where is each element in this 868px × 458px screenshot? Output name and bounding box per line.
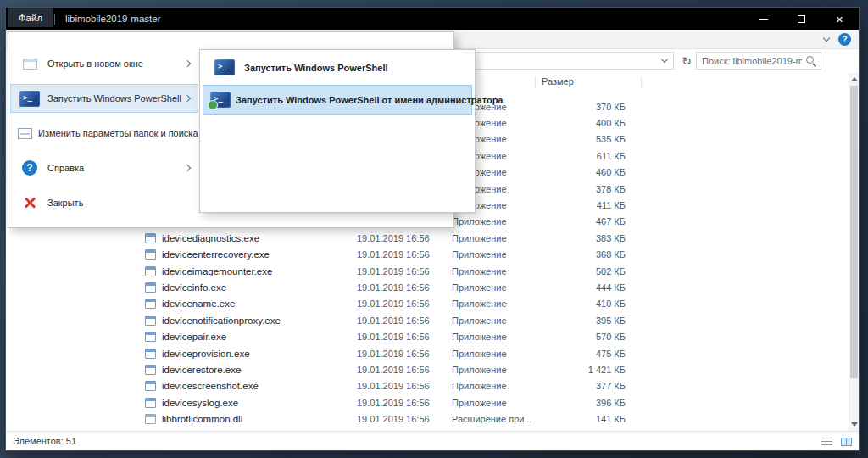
submenu-item-label: Запустить Windows PowerShell: [239, 63, 388, 73]
file-name: idevicesyslog.exe: [162, 398, 357, 408]
file-row[interactable]: idevicerestore.exe 19.01.2019 16:56 Прил…: [6, 361, 849, 377]
file-size: 444 КБ: [545, 282, 626, 293]
file-type-icon: [145, 365, 156, 375]
vertical-scrollbar[interactable]: [849, 73, 859, 431]
file-menu-item[interactable]: Изменить параметры папок и поиска: [10, 119, 198, 148]
file-name: ideviceimagemounter.exe: [162, 266, 357, 276]
file-size: 535 КБ: [545, 134, 626, 144]
file-type-icon: [145, 414, 156, 424]
file-row[interactable]: ideviceprovision.exe 19.01.2019 16:56 Пр…: [6, 345, 849, 361]
file-row[interactable]: ideviceimagemounter.exe 19.01.2019 16:56…: [6, 263, 849, 279]
file-name: idevicename.exe: [162, 299, 357, 309]
file-type: Расширение при...: [452, 414, 545, 424]
file-date: 19.01.2019 16:56: [357, 233, 452, 243]
file-date: 19.01.2019 16:56: [357, 365, 452, 375]
menu-item-label: Изменить параметры папок и поиска: [32, 128, 198, 138]
file-size: 396 КБ: [545, 398, 626, 408]
file-size: 1 421 КБ: [545, 365, 626, 375]
file-type: Приложение: [452, 233, 545, 243]
help-icon: [22, 160, 37, 176]
file-name: idevicerestore.exe: [162, 365, 357, 375]
file-type: Приложение: [452, 398, 545, 408]
scrollbar-thumb[interactable]: [850, 86, 858, 378]
file-row[interactable]: idevicepair.exe 19.01.2019 16:56 Приложе…: [6, 328, 849, 344]
explorer-window: libimobile2019-master ? Размер Приложе: [5, 7, 860, 451]
scroll-down-arrow-icon[interactable]: [851, 422, 858, 427]
file-type-icon: [145, 381, 156, 391]
thumbnails-view-button[interactable]: [838, 435, 854, 448]
file-name: idevicepair.exe: [162, 332, 357, 342]
titlebar-separator: [54, 14, 55, 25]
file-type-icon: [145, 233, 156, 243]
file-menu-item[interactable]: Запустить Windows PowerShell: [10, 84, 198, 113]
file-row[interactable]: idevicediagnostics.exe 19.01.2019 16:56 …: [6, 230, 849, 246]
maximize-icon: [798, 15, 805, 23]
submenu-arrow-icon: [184, 60, 191, 67]
folder-options-icon: [18, 128, 32, 139]
powershell-submenu-item[interactable]: Запустить Windows PowerShell от имени ад…: [203, 85, 472, 114]
file-row[interactable]: idevicename.exe 19.01.2019 16:56 Приложе…: [6, 296, 849, 312]
file-type-icon: [145, 349, 156, 359]
file-menu-item[interactable]: Открыть в новом окне: [10, 49, 198, 78]
minimize-icon: [760, 19, 768, 20]
submenu-arrow-icon: [184, 95, 191, 102]
address-dropdown-chevron-icon[interactable]: [661, 56, 668, 63]
file-size: 410 КБ: [545, 299, 626, 309]
open-new-window-icon: [23, 59, 37, 70]
tab-file[interactable]: Файл: [8, 8, 53, 27]
file-row[interactable]: ideviceenterrecovery.exe 19.01.2019 16:5…: [6, 247, 849, 263]
thumbnails-view-icon: [841, 438, 852, 446]
file-type: Приложение: [452, 332, 545, 342]
file-date: 19.01.2019 16:56: [357, 249, 452, 260]
close-button[interactable]: [821, 8, 859, 30]
file-menu-item[interactable]: Закрыть: [10, 188, 198, 217]
file-type: Приложение: [452, 381, 545, 391]
titlebar: libimobile2019-master: [6, 8, 859, 30]
column-separator: [535, 76, 536, 88]
file-type-icon: [145, 398, 156, 408]
submenu-item-label: Запустить Windows PowerShell от имени ад…: [231, 95, 503, 105]
file-size: 383 КБ: [545, 233, 626, 243]
status-bar: Элементов: 51: [6, 431, 859, 450]
maximize-button[interactable]: [782, 8, 821, 30]
file-date: 19.01.2019 16:56: [357, 332, 452, 342]
file-size: 411 КБ: [545, 200, 626, 210]
refresh-icon[interactable]: [678, 52, 695, 70]
file-type-icon: [145, 299, 156, 309]
file-row[interactable]: idevicenotificationproxy.exe 19.01.2019 …: [6, 312, 849, 328]
file-type: Приложение: [452, 216, 545, 226]
file-type: Приложение: [452, 316, 545, 326]
file-row[interactable]: idevicescreenshot.exe 19.01.2019 16:56 П…: [6, 378, 849, 394]
file-size: 395 КБ: [545, 316, 626, 326]
ribbon-expand-chevron-icon[interactable]: [823, 35, 830, 42]
file-size: 570 КБ: [545, 332, 626, 342]
powershell-submenu-item[interactable]: Запустить Windows PowerShell: [203, 53, 472, 82]
file-size: 467 КБ: [545, 216, 626, 226]
column-separator: [641, 76, 642, 88]
help-button[interactable]: ?: [838, 33, 851, 46]
file-date: 19.01.2019 16:56: [357, 398, 452, 408]
file-size: 370 КБ: [545, 102, 626, 112]
file-size: 475 КБ: [545, 349, 626, 359]
file-menu-item[interactable]: Справка: [10, 154, 198, 182]
details-view-button[interactable]: [819, 435, 834, 448]
scroll-up-arrow-icon[interactable]: [851, 77, 858, 81]
minimize-button[interactable]: [744, 8, 782, 30]
file-date: 19.01.2019 16:56: [357, 299, 452, 309]
file-row[interactable]: idevicesyslog.exe 19.01.2019 16:56 Прило…: [6, 394, 849, 411]
file-size: 377 КБ: [545, 381, 626, 391]
file-row[interactable]: [6, 427, 849, 429]
file-row[interactable]: libbrotlicommon.dll 19.01.2019 16:56 Рас…: [6, 411, 849, 427]
search-icon[interactable]: [805, 55, 816, 66]
search-input[interactable]: [697, 56, 805, 66]
column-header-size[interactable]: Размер: [542, 76, 574, 87]
file-name: ideviceprovision.exe: [162, 349, 357, 359]
file-date: 19.01.2019 16:56: [357, 381, 452, 391]
file-date: 19.01.2019 16:56: [357, 316, 452, 326]
file-row[interactable]: ideviceinfo.exe 19.01.2019 16:56 Приложе…: [6, 279, 849, 295]
powershell-icon: [19, 91, 40, 107]
file-size: 460 КБ: [545, 167, 626, 177]
file-date: 19.01.2019 16:56: [357, 266, 452, 276]
file-type: Приложение: [452, 365, 545, 375]
menu-item-label: Закрыть: [42, 198, 185, 208]
